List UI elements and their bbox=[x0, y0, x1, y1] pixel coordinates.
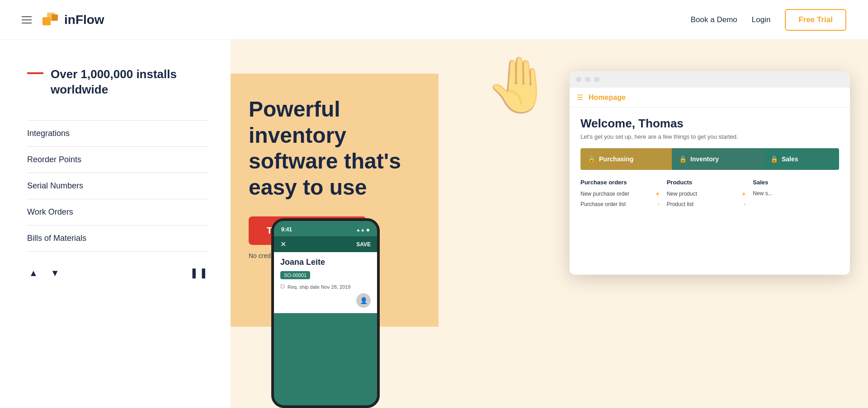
desktop-toolbar: ☰ Homepage bbox=[570, 88, 850, 108]
desktop-homepage-label: Homepage bbox=[589, 94, 626, 102]
purchasing-lock-icon: 🔒 bbox=[588, 155, 595, 163]
new-sales-item[interactable]: New s... bbox=[753, 190, 832, 197]
new-purchase-order-item[interactable]: New purchase order + bbox=[580, 190, 660, 197]
book-demo-link[interactable]: Book a Demo bbox=[691, 15, 737, 24]
welcome-sub: Let's get you set up, here are a few thi… bbox=[580, 133, 839, 140]
svg-rect-2 bbox=[52, 14, 58, 21]
phone-toolbar: ✕ SAVE bbox=[274, 236, 377, 252]
products-header: Products bbox=[667, 179, 746, 186]
titlebar-dot-2 bbox=[585, 77, 590, 82]
steps-bar: 🔒 Purchasing 🔒 Inventory 🔒 Sales bbox=[580, 148, 839, 170]
purchase-order-list-item[interactable]: Purchase order list › bbox=[580, 201, 660, 207]
sidebar-item-bills-of-materials[interactable]: Bills of Materials bbox=[27, 225, 209, 252]
phone-save-label: SAVE bbox=[356, 241, 371, 248]
new-product-plus: + bbox=[742, 190, 745, 197]
new-product-label: New product bbox=[667, 191, 697, 197]
hero-title: Powerful inventory software that's easy … bbox=[249, 96, 425, 200]
sidebar-item-integrations[interactable]: Integrations bbox=[27, 120, 209, 147]
sidebar-nav: Integrations Reorder Points Serial Numbe… bbox=[27, 120, 209, 252]
sales-lock-icon: 🔒 bbox=[770, 155, 778, 163]
new-product-item[interactable]: New product + bbox=[667, 190, 746, 197]
desktop-hamburger-icon: ☰ bbox=[577, 93, 583, 102]
step-inventory: 🔒 Inventory bbox=[672, 148, 763, 170]
pause-button[interactable]: ❚❚ bbox=[190, 267, 209, 279]
new-purchase-order-plus: + bbox=[656, 190, 659, 197]
logo-container[interactable]: inFlow bbox=[42, 11, 104, 29]
purchase-orders-header: Purchase orders bbox=[580, 179, 660, 186]
new-purchase-order-label: New purchase order bbox=[580, 191, 629, 197]
sidebar-stat: Over 1,000,000 installs worldwide bbox=[27, 67, 209, 98]
titlebar-dot-3 bbox=[594, 77, 599, 82]
sidebar: Over 1,000,000 installs worldwide Integr… bbox=[0, 40, 231, 408]
phone-body: Joana Leite SO-00001 ☐ Req. ship date No… bbox=[274, 252, 377, 313]
login-link[interactable]: Login bbox=[752, 15, 771, 24]
welcome-title: Welcome, Thomas bbox=[580, 117, 839, 131]
stat-text: Over 1,000,000 installs worldwide bbox=[51, 67, 209, 98]
inventory-lock-icon: 🔒 bbox=[679, 155, 687, 163]
inventory-label: Inventory bbox=[690, 155, 719, 163]
phone-header: 9:41 ▲▲ ◆ bbox=[274, 221, 377, 236]
desktop-body: Welcome, Thomas Let's get you set up, he… bbox=[570, 108, 850, 211]
logo-text: inFlow bbox=[64, 13, 104, 27]
desktop-mockup: ☰ Homepage Welcome, Thomas Let's get you… bbox=[570, 71, 850, 275]
purchasing-label: Purchasing bbox=[599, 155, 633, 163]
product-list-arrow: › bbox=[744, 201, 745, 207]
prev-arrow-button[interactable]: ▲ bbox=[27, 266, 40, 280]
arrow-controls: ▲ ▼ bbox=[27, 266, 61, 280]
phone-ship-row: ☐ Req. ship date Nov 28, 2019 bbox=[280, 284, 371, 290]
titlebar-dot-1 bbox=[576, 77, 581, 82]
products-col: Products New product + Product list › bbox=[667, 179, 753, 211]
desktop-titlebar bbox=[570, 71, 850, 88]
hand-illustration: ✋ bbox=[484, 53, 552, 117]
step-sales: 🔒 Sales bbox=[763, 148, 839, 170]
sales-col: Sales New s... bbox=[753, 179, 839, 211]
phone-avatar: 👤 bbox=[356, 293, 371, 308]
phone-avatar-row: 👤 bbox=[280, 293, 371, 308]
purchase-order-list-label: Purchase order list bbox=[580, 201, 626, 207]
desktop-columns: Purchase orders New purchase order + Pur… bbox=[580, 179, 839, 211]
phone-customer-name: Joana Leite bbox=[280, 258, 371, 267]
ship-icon: ☐ bbox=[280, 284, 285, 290]
content-area: Powerful inventory software that's easy … bbox=[231, 40, 868, 408]
header: inFlow Book a Demo Login Free Trial bbox=[0, 0, 868, 40]
phone-time: 9:41 bbox=[281, 226, 292, 233]
sales-header: Sales bbox=[753, 179, 832, 186]
next-arrow-button[interactable]: ▼ bbox=[49, 266, 61, 280]
new-sales-label: New s... bbox=[753, 190, 772, 197]
sidebar-item-work-orders[interactable]: Work Orders bbox=[27, 199, 209, 225]
free-trial-button[interactable]: Free Trial bbox=[785, 9, 846, 31]
phone-ship-date: Req. ship date Nov 28, 2019 bbox=[288, 284, 350, 290]
phone-order-badge: SO-00001 bbox=[280, 271, 310, 279]
phone-signal: ▲▲ ◆ bbox=[356, 227, 370, 232]
purchase-order-list-arrow: › bbox=[658, 201, 660, 207]
product-list-label: Product list bbox=[667, 201, 693, 207]
stat-line bbox=[27, 72, 43, 74]
phone-mockup: 9:41 ▲▲ ◆ ✕ SAVE Joana Leite SO-00001 ☐ … bbox=[271, 218, 380, 408]
header-right: Book a Demo Login Free Trial bbox=[691, 9, 846, 31]
main-container: Over 1,000,000 installs worldwide Integr… bbox=[0, 40, 868, 408]
purchase-orders-col: Purchase orders New purchase order + Pur… bbox=[580, 179, 667, 211]
header-left: inFlow bbox=[22, 11, 104, 29]
sidebar-item-serial-numbers[interactable]: Serial Numbers bbox=[27, 173, 209, 199]
product-list-item[interactable]: Product list › bbox=[667, 201, 746, 207]
sidebar-item-reorder-points[interactable]: Reorder Points bbox=[27, 147, 209, 173]
step-purchasing: 🔒 Purchasing bbox=[580, 148, 672, 170]
hamburger-icon[interactable] bbox=[22, 16, 32, 23]
sidebar-controls: ▲ ▼ ❚❚ bbox=[27, 266, 209, 280]
sales-label: Sales bbox=[782, 155, 798, 163]
phone-close-icon: ✕ bbox=[280, 240, 286, 249]
logo-icon bbox=[42, 11, 61, 29]
